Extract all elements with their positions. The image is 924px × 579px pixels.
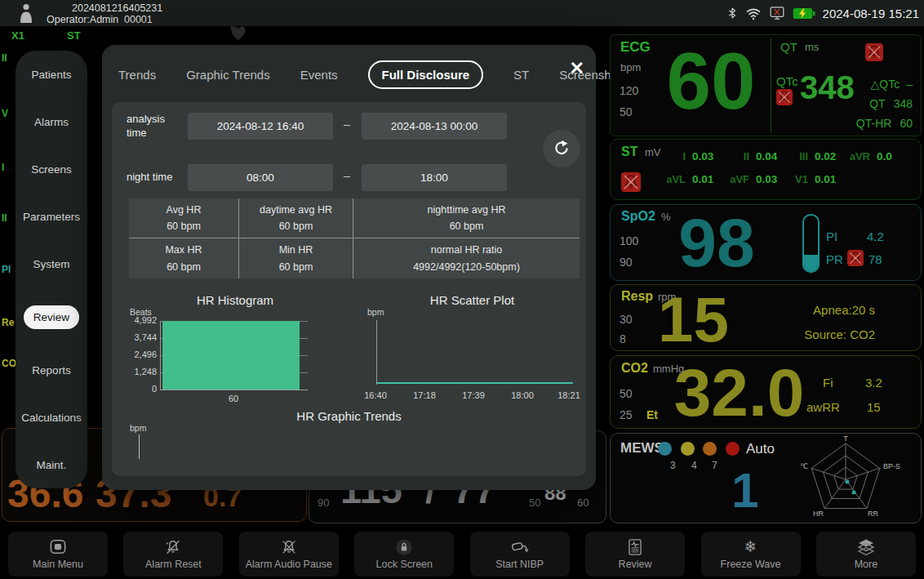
filter-label: ST <box>67 29 81 42</box>
mews-tile[interactable]: MEWS 3 4 7 Auto 1 T BP-S RR HR ℃ <box>610 433 922 523</box>
ecg-limit-high: 120 <box>620 84 638 97</box>
qthr-row: QT-HR60 <box>856 117 913 130</box>
st-alarm-off-icon[interactable] <box>621 172 641 192</box>
co2-limit-low: 25 <box>620 408 633 421</box>
dqtc-row: △QTc– <box>871 78 913 91</box>
tab-full-disclosure[interactable]: Full Disclosure <box>368 60 484 89</box>
full-disclosure-panel: analysis time 2024-08-12 16:40 – 2024-08… <box>112 102 586 476</box>
night-start-field[interactable]: 08:00 <box>188 164 333 191</box>
alarm-reset-button[interactable]: Alarm Reset <box>123 532 223 577</box>
bluetooth-icon <box>726 5 738 21</box>
sidebar-item-parameters[interactable]: Parameters <box>23 211 80 223</box>
sidebar-item-reports[interactable]: Reports <box>32 364 70 376</box>
spo2-value: 98 <box>668 197 766 288</box>
spo2-label: SpO2 <box>621 209 655 224</box>
sidebar-item-system[interactable]: System <box>33 258 69 270</box>
scatter-y-unit: bpm <box>367 307 384 317</box>
ecg-label: ECG <box>620 39 651 56</box>
patient-icon[interactable] <box>18 3 34 24</box>
pr-value: 78 <box>868 252 882 266</box>
pr-alarm-off-icon[interactable] <box>847 250 864 266</box>
tab-events[interactable]: Events <box>300 68 338 82</box>
lock-screen-button[interactable]: Lock Screen <box>354 532 454 577</box>
sidebar-item-alarms[interactable]: Alarms <box>34 116 69 128</box>
radar-label-hr: HR <box>813 510 824 518</box>
bed-id: 00001 <box>124 14 153 25</box>
st-tile[interactable]: ST mV I 0.03 II 0.04 III 0.02 aVR 0.0 aV… <box>610 139 922 200</box>
co2-tile[interactable]: CO2 mmHg 50 25 Et 32.0 Fi 3.2 awRR 15 <box>610 355 922 429</box>
graphic-trends-title: HR Graphic Trends <box>112 409 586 423</box>
pi-value: 4.2 <box>867 229 884 243</box>
close-icon[interactable]: ✕ <box>570 60 584 78</box>
resp-tile[interactable]: Resp rpm 30 8 15 Apnea:20 s Source: CO2 <box>610 284 922 351</box>
nibp-map-low: 60 <box>577 497 589 509</box>
st-value-v1: 0.01 <box>815 173 836 185</box>
scatter-xtick: 17:39 <box>455 390 491 400</box>
st-lead-avf: aVF <box>725 173 749 185</box>
wifi-icon <box>745 7 762 20</box>
analysis-end-field[interactable]: 2024-08-13 00:00 <box>362 113 507 140</box>
ecg-limit-low: 50 <box>620 105 633 118</box>
resp-source: Source: CO2 <box>804 327 875 341</box>
tab-trends[interactable]: Trends <box>118 68 156 82</box>
night-time-label: night time <box>127 171 172 185</box>
hist-ytick: 1,248 <box>112 367 157 376</box>
nibp-sys-low: 90 <box>318 497 329 509</box>
st-lead-avr: aVR <box>846 150 870 163</box>
resp-limit-high: 30 <box>620 313 633 326</box>
system-datetime: 2024-08-19 15:21 <box>823 7 919 20</box>
freeze-wave-button[interactable]: ❄ Freeze Wave <box>701 532 801 577</box>
review-button[interactable]: Review <box>585 532 685 577</box>
lock-icon <box>395 538 413 556</box>
scatter-xtick: 18:00 <box>504 390 540 400</box>
main-menu-button[interactable]: Main Menu <box>8 532 108 577</box>
qt-alarm-off-icon[interactable] <box>865 43 883 61</box>
radar-label-temp: ℃ <box>800 462 808 470</box>
stat-cell-max-hr: Max HR 60 bpm <box>129 238 239 278</box>
qtc-alarm-off-icon[interactable] <box>776 89 793 105</box>
refresh-button[interactable] <box>543 130 580 167</box>
spo2-tile[interactable]: SpO2 % 100 90 98 PI 4.2 PR 78 <box>610 204 922 281</box>
wave-label-ii-1: II <box>2 52 7 64</box>
sidebar-item-maint[interactable]: Maint. <box>37 459 67 471</box>
mews-label: MEWS <box>620 440 664 457</box>
sidebar-item-review[interactable]: Review <box>24 305 79 329</box>
st-value-iii: 0.02 <box>815 150 836 163</box>
analysis-start-field[interactable]: 2024-08-12 16:40 <box>188 113 333 140</box>
mews-mode: Auto <box>746 441 775 457</box>
alarm-audio-pause-button[interactable]: Alarm Audio Pause <box>239 532 339 577</box>
histogram-title: HR Histogram <box>112 293 358 307</box>
et-label: Et <box>646 408 658 421</box>
display-disconnected-icon <box>769 6 785 20</box>
analysis-time-label: analysis time <box>127 113 179 140</box>
graphic-trends-y-unit: bpm <box>130 423 146 433</box>
night-end-field[interactable]: 18:00 <box>362 164 507 191</box>
start-nibp-button[interactable]: Start NIBP <box>470 532 570 577</box>
scatter-xtick: 16:40 <box>358 390 393 400</box>
sidebar-item-patients[interactable]: Patients <box>32 69 72 81</box>
nibp-dia-low: 50 <box>529 497 540 509</box>
scatter-xtick: 18:21 <box>551 390 587 400</box>
sidebar-item-calculations[interactable]: Calculations <box>21 412 82 424</box>
mews-radar-chart: T BP-S RR HR ℃ <box>776 435 915 520</box>
qtc-label: QTc <box>776 74 798 88</box>
st-lead-iii: III <box>784 150 808 163</box>
sidebar-item-screens[interactable]: Screens <box>31 163 72 176</box>
wave-label-ii-2: II <box>2 212 7 224</box>
st-lead-v1: V1 <box>784 173 808 185</box>
qt-row: QT348 <box>869 97 913 110</box>
mews-dot-yellow <box>681 442 695 456</box>
more-button[interactable]: More <box>816 532 916 577</box>
tab-st[interactable]: ST <box>513 68 529 82</box>
mews-threshold-1: 3 <box>670 460 676 471</box>
operator-label: Operator:Admin <box>47 14 118 25</box>
ecg-unit: bpm <box>620 61 641 73</box>
perfusion-indicator <box>802 214 820 273</box>
tab-graphic-trends[interactable]: Graphic Trends <box>186 68 270 82</box>
fi-label: Fi <box>823 376 833 390</box>
awrr-value: 15 <box>867 400 881 414</box>
gain-label: X1 <box>11 29 24 42</box>
radar-label-t: T <box>843 435 848 443</box>
ecg-tile[interactable]: ECG bpm 120 50 60 QT ms QTc 348 △QTc– QT… <box>610 34 922 136</box>
st-value-avf: 0.03 <box>756 173 777 185</box>
